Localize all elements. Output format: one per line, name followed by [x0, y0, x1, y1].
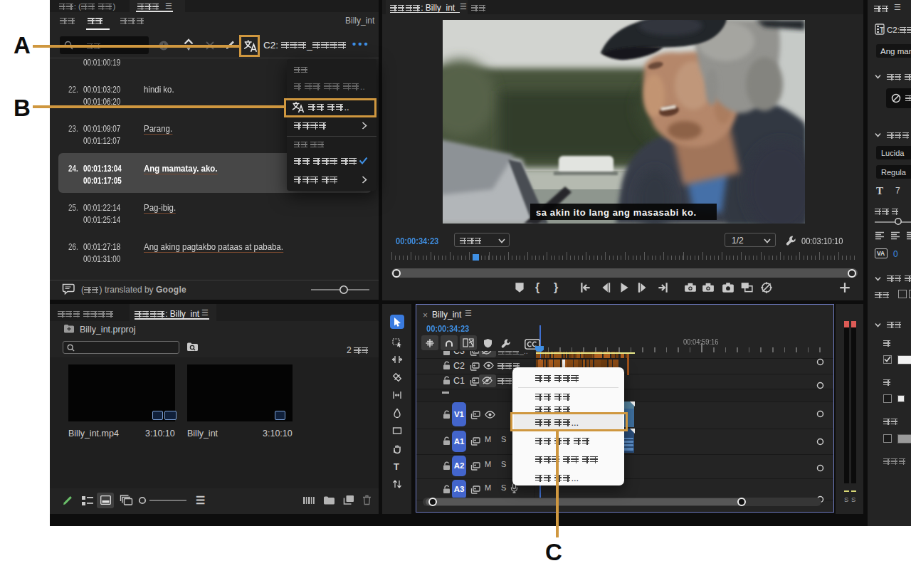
- svg-text:T: T: [394, 461, 399, 472]
- svg-text:sa akin ito lang ang masasabi: sa akin ito lang ang masasabi ko.: [536, 207, 697, 218]
- svg-text:T: T: [880, 26, 884, 34]
